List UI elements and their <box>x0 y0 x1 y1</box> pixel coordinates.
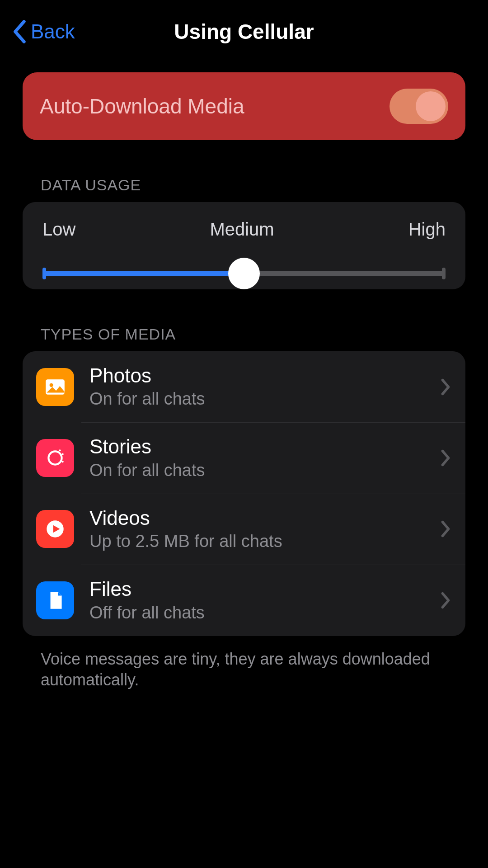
auto-download-row[interactable]: Auto-Download Media <box>32 84 456 128</box>
slider-tick-high <box>442 268 446 279</box>
media-row-text: Videos Up to 2.5 MB for all chats <box>89 507 439 551</box>
files-icon <box>36 581 74 619</box>
slider-fill <box>42 271 244 276</box>
media-title: Stories <box>89 436 439 458</box>
media-row-photos[interactable]: Photos On for all chats <box>23 351 465 422</box>
media-title: Files <box>89 578 439 600</box>
media-subtitle: Off for all chats <box>89 603 439 623</box>
media-header: TYPES OF MEDIA <box>41 326 447 343</box>
data-usage-header: DATA USAGE <box>41 176 447 194</box>
videos-icon <box>36 510 74 548</box>
media-row-text: Stories On for all chats <box>89 436 439 480</box>
slider-thumb[interactable] <box>228 258 260 289</box>
media-subtitle: On for all chats <box>89 389 439 409</box>
data-usage-card: Low Medium High <box>23 202 465 289</box>
chevron-right-icon <box>439 519 452 539</box>
media-title: Photos <box>89 365 439 387</box>
chevron-right-icon <box>439 448 452 468</box>
footer-note: Voice messages are tiny, they are always… <box>41 649 447 691</box>
media-row-text: Files Off for all chats <box>89 578 439 622</box>
auto-download-toggle[interactable] <box>389 89 448 124</box>
media-title: Videos <box>89 507 439 529</box>
slider-tick-low <box>42 268 46 279</box>
media-row-videos[interactable]: Videos Up to 2.5 MB for all chats <box>23 494 465 565</box>
data-usage-labels: Low Medium High <box>23 202 465 240</box>
auto-download-card: Auto-Download Media <box>23 72 465 140</box>
chevron-right-icon <box>439 377 452 397</box>
back-label: Back <box>31 20 75 43</box>
media-subtitle: On for all chats <box>89 461 439 480</box>
media-card: Photos On for all chats Stories On for a… <box>23 351 465 636</box>
svg-point-4 <box>62 461 64 462</box>
svg-point-1 <box>50 383 53 387</box>
stories-icon <box>36 439 74 477</box>
nav-bar: Back Using Cellular <box>0 0 488 63</box>
data-usage-medium: Medium <box>210 219 274 240</box>
svg-point-5 <box>59 449 61 451</box>
chevron-right-icon <box>439 590 452 610</box>
media-subtitle: Up to 2.5 MB for all chats <box>89 532 439 551</box>
svg-point-3 <box>62 453 64 455</box>
auto-download-label: Auto-Download Media <box>40 94 244 118</box>
data-usage-low: Low <box>42 219 75 240</box>
media-row-stories[interactable]: Stories On for all chats <box>23 422 465 493</box>
svg-point-2 <box>48 451 61 464</box>
media-row-files[interactable]: Files Off for all chats <box>23 565 465 636</box>
media-row-text: Photos On for all chats <box>89 365 439 409</box>
toggle-knob <box>416 91 446 121</box>
back-button[interactable]: Back <box>11 19 75 44</box>
chevron-left-icon <box>11 19 27 44</box>
data-usage-high: High <box>408 219 446 240</box>
photos-icon <box>36 368 74 406</box>
data-usage-slider[interactable] <box>42 258 446 289</box>
